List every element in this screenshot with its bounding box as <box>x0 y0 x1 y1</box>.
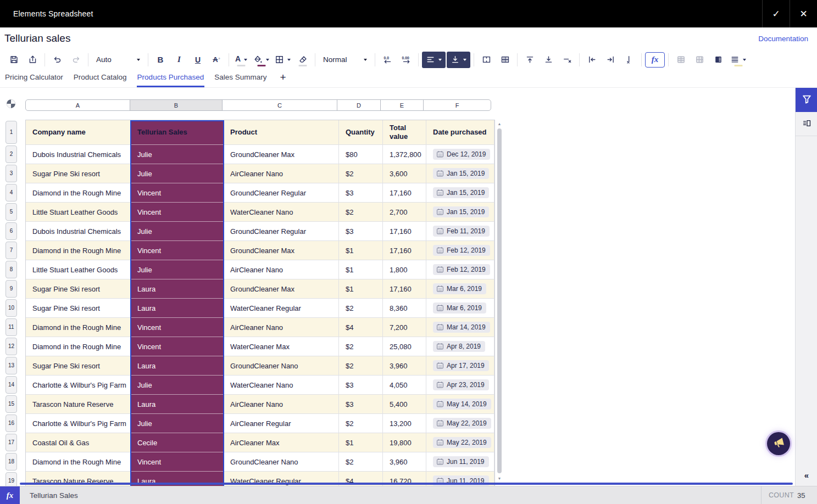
cell-F9[interactable]: Mar 6, 2019 <box>426 279 494 299</box>
vertical-scroll-thumb[interactable] <box>497 128 502 473</box>
cell-D4[interactable]: $3 <box>339 183 383 203</box>
cell-D1[interactable]: Quantity <box>339 120 383 145</box>
sheet-tab-sales-summary[interactable]: Sales Summary <box>214 70 267 87</box>
sheet-tab-product-catalog[interactable]: Product Catalog <box>73 70 127 87</box>
cell-A16[interactable]: Charlotte & Wilbur's Pig Farm <box>26 414 131 433</box>
cell-B9[interactable]: Laura <box>131 279 224 299</box>
cell-D15[interactable]: $3 <box>339 395 383 414</box>
cell-D6[interactable]: $3 <box>339 222 383 241</box>
cell-A18[interactable]: Diamond in the Rough Mine <box>26 452 131 472</box>
cell-D18[interactable]: $2 <box>339 452 383 472</box>
banded-rows-button[interactable] <box>672 52 690 68</box>
font-family-dropdown[interactable]: Auto <box>92 52 144 68</box>
cell-B7[interactable]: Vincent <box>131 241 224 260</box>
cell-D3[interactable]: $2 <box>339 164 383 183</box>
strikethrough-button[interactable]: A° <box>208 52 225 68</box>
cell-C5[interactable]: WaterCleaner Nano <box>224 203 339 222</box>
cell-B14[interactable]: Julie <box>131 376 224 395</box>
delete-row-button[interactable] <box>558 52 576 68</box>
row-header-8[interactable]: 8 <box>5 261 17 278</box>
cell-D11[interactable]: $4 <box>339 318 383 337</box>
cell-A11[interactable]: Diamond in the Rough Mine <box>26 318 131 337</box>
cell-C6[interactable]: GroundCleaner Regular <box>224 222 339 241</box>
cell-F13[interactable]: Apr 17, 2019 <box>426 356 494 376</box>
cell-A8[interactable]: Little Stuart Leather Goods <box>26 260 131 279</box>
sheet-tab-pricing-calculator[interactable]: Pricing Calculator <box>4 70 64 87</box>
cell-D2[interactable]: $80 <box>339 145 383 164</box>
cell-B6[interactable]: Julie <box>131 222 224 241</box>
cell-B18[interactable]: Vincent <box>131 452 224 472</box>
cell-D10[interactable]: $2 <box>339 299 383 318</box>
row-header-13[interactable]: 13 <box>5 357 17 374</box>
cell-E13[interactable]: 3,960 <box>383 356 426 376</box>
row-header-18[interactable]: 18 <box>5 453 17 471</box>
cell-A4[interactable]: Diamond in the Rough Mine <box>26 183 131 203</box>
collapse-panel-button[interactable]: « <box>796 468 817 482</box>
cell-B8[interactable]: Julie <box>131 260 224 279</box>
borders-button[interactable] <box>273 52 293 68</box>
column-header-D[interactable]: D <box>337 99 381 111</box>
cell-D7[interactable]: $1 <box>339 241 383 260</box>
select-all-icon[interactable] <box>6 99 16 109</box>
cell-F14[interactable]: Apr 23, 2019 <box>426 376 494 395</box>
column-header-C[interactable]: C <box>222 99 337 111</box>
scroll-up-icon[interactable]: ▲ <box>495 120 504 127</box>
cell-C2[interactable]: GroundCleaner Max <box>224 145 339 164</box>
column-header-E[interactable]: E <box>380 99 424 111</box>
cell-A15[interactable]: Tarascon Nature Reserve <box>26 395 131 414</box>
cell-F1[interactable]: Date purchased <box>426 120 494 145</box>
cell-A9[interactable]: Sugar Pine Ski resort <box>26 279 131 299</box>
row-header-1[interactable]: 1 <box>5 121 17 144</box>
vertical-align-dropdown[interactable] <box>447 52 470 68</box>
row-header-4[interactable]: 4 <box>5 184 17 201</box>
cell-D8[interactable]: $1 <box>339 260 383 279</box>
cell-C17[interactable]: AirCleaner Max <box>224 433 339 452</box>
row-header-5[interactable]: 5 <box>5 203 17 221</box>
cell-B4[interactable]: Vincent <box>131 183 224 203</box>
cell-E16[interactable]: 13,200 <box>383 414 426 433</box>
bold-button[interactable]: B <box>152 52 169 68</box>
row-header-11[interactable]: 11 <box>5 318 17 336</box>
cell-F7[interactable]: Feb 12, 2019 <box>426 241 494 260</box>
cell-D5[interactable]: $2 <box>339 203 383 222</box>
redo-button[interactable] <box>67 52 85 68</box>
cell-C9[interactable]: GroundCleaner Max <box>224 279 339 299</box>
cell-B12[interactable]: Vincent <box>131 337 224 356</box>
row-header-6[interactable]: 6 <box>5 222 17 240</box>
italic-button[interactable]: I <box>170 52 188 68</box>
cell-C7[interactable]: GroundCleaner Max <box>224 241 339 260</box>
cell-C16[interactable]: AirCleaner Regular <box>224 414 339 433</box>
text-color-button[interactable]: A <box>232 52 250 68</box>
cell-A17[interactable]: Coastal Oil & Gas <box>26 433 131 452</box>
row-header-12[interactable]: 12 <box>5 338 17 355</box>
announcements-button[interactable] <box>767 432 790 455</box>
underline-button[interactable]: U <box>189 52 207 68</box>
row-header-2[interactable]: 2 <box>5 145 17 163</box>
cell-E9[interactable]: 17,160 <box>383 279 426 299</box>
cell-A1[interactable]: Company name <box>26 120 131 145</box>
clear-format-button[interactable] <box>294 52 312 68</box>
cell-F12[interactable]: Apr 8, 2019 <box>426 337 494 356</box>
formula-toggle-button[interactable]: fx <box>645 52 665 68</box>
cell-A10[interactable]: Sugar Pine Ski resort <box>26 299 131 318</box>
cell-A13[interactable]: Sugar Pine Ski resort <box>26 356 131 376</box>
row-header-3[interactable]: 3 <box>5 165 17 182</box>
cell-C3[interactable]: AirCleaner Nano <box>224 164 339 183</box>
line-spacing-dropdown[interactable] <box>728 52 748 68</box>
filter-button[interactable] <box>796 88 817 112</box>
cell-B5[interactable]: Vincent <box>131 203 224 222</box>
horizontal-align-dropdown[interactable] <box>422 52 446 68</box>
cell-B16[interactable]: Julie <box>131 414 224 433</box>
cell-E4[interactable]: 17,160 <box>383 183 426 203</box>
cell-E18[interactable]: 3,960 <box>383 452 426 472</box>
cell-D13[interactable]: $2 <box>339 356 383 376</box>
row-header-7[interactable]: 7 <box>5 242 17 259</box>
cell-F16[interactable]: May 22, 2019 <box>426 414 494 433</box>
cell-C15[interactable]: AirCleaner Nano <box>224 395 339 414</box>
insert-column-right-button[interactable] <box>602 52 619 68</box>
row-header-17[interactable]: 17 <box>5 434 17 451</box>
cell-F17[interactable]: May 22, 2019 <box>426 433 494 452</box>
cell-D14[interactable]: $3 <box>339 376 383 395</box>
undo-button[interactable] <box>48 52 66 68</box>
decrease-decimal-button[interactable]: 0.0 <box>379 52 396 68</box>
